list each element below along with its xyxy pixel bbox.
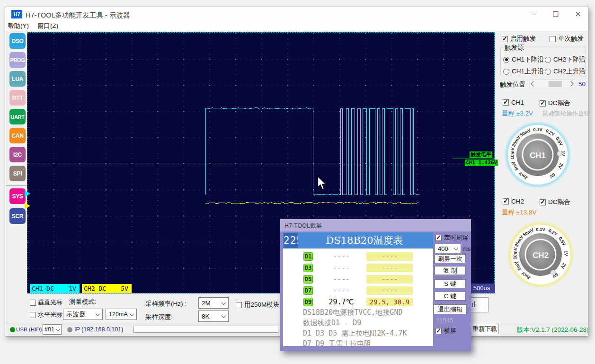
sensor-value: ---- <box>328 286 355 295</box>
ch2-scale-knob[interactable]: CH2 2mV5mV10mV20mV50mV0.1V0.2V0.5V1V2V5V <box>507 222 574 288</box>
sidebar-item-scr[interactable]: SCR <box>9 208 26 224</box>
chevron-down-icon <box>96 311 100 316</box>
sidebar-item-i2c[interactable]: I2C <box>9 147 26 162</box>
exit-edit-button[interactable]: 退出编辑 <box>434 304 467 314</box>
sidebar-item-prog[interactable]: PROG <box>9 52 26 68</box>
screen-counter: 225 <box>284 233 298 248</box>
c-key-button[interactable]: C 键 <box>435 292 466 301</box>
sample-depth-select[interactable]: 8K <box>198 311 229 322</box>
checkbox <box>540 100 546 107</box>
sidebar-item-lua[interactable]: LUA <box>9 71 26 87</box>
measure-mode-label: 测量模式: <box>69 298 97 306</box>
menu-help[interactable]: 帮助(Y) <box>8 22 29 30</box>
chevron-down-icon <box>56 327 61 331</box>
sensor-range-box: ---- <box>366 275 413 284</box>
sidebar-item-rtt[interactable]: RTT <box>9 90 26 106</box>
refresh-interval-select[interactable]: 400 <box>435 244 461 253</box>
sensor-range-box: ---- <box>366 264 413 272</box>
chevron-down-icon <box>222 313 226 318</box>
refresh-once-button[interactable]: 刷屏一次 <box>435 254 466 263</box>
device-select[interactable]: #01 <box>43 324 62 335</box>
ch2-channel-tag: CH2 DC 5V <box>82 284 132 293</box>
download-progress-bar <box>133 326 278 333</box>
knob-indicator-dot <box>557 151 562 156</box>
sensor-range-box: ---- <box>366 252 413 261</box>
app-icon: H7 <box>11 10 22 18</box>
radio-ch2-falling[interactable]: CH2下降沿 <box>545 55 586 64</box>
radio <box>503 69 509 75</box>
menu-window[interactable]: 窗口(Z) <box>37 22 58 30</box>
ch1-enable-checkbox[interactable]: CH1 <box>503 99 524 106</box>
ms-label: ms <box>462 245 471 252</box>
checkbox <box>503 99 509 106</box>
scroll-left-arrow <box>531 81 536 86</box>
minimize-button[interactable]: – <box>527 10 542 18</box>
horizontal-cursor-checkbox[interactable]: 水平光标 <box>30 311 62 319</box>
checkbox <box>30 312 36 318</box>
trigger-position-scrollbar[interactable] <box>529 80 575 88</box>
ch2-range: 量程 ±13.8V <box>502 208 536 217</box>
scroll-right-arrow <box>568 81 573 86</box>
current-range-select[interactable]: 120mA <box>106 309 137 320</box>
ch2-dc-coupling-checkbox[interactable]: DC耦合 <box>540 198 570 206</box>
trigger-source-legend: 触发源 <box>503 44 525 52</box>
ip-status-label: IP (192.168.0.101) <box>74 326 123 333</box>
knob-scale-10mV: 10mV <box>512 247 518 260</box>
sidebar-item-uart[interactable]: UART <box>9 109 26 124</box>
checkbox <box>30 300 36 306</box>
sidebar-item-sys[interactable]: SYS <box>9 188 26 204</box>
usb-status-dot <box>10 327 15 332</box>
knob-scale-10mV: 10mV <box>509 147 515 160</box>
landscape-checkbox[interactable]: 横屏 <box>435 327 456 335</box>
popup-title: H7-TOOL截屏 <box>284 222 322 230</box>
trigger-level-line[interactable] <box>453 159 495 159</box>
ch1-dc-coupling-checkbox[interactable]: DC耦合 <box>540 99 570 107</box>
radio-ch2-rising[interactable]: CH2上升沿 <box>545 67 586 76</box>
copy-button[interactable]: 复 制 <box>435 266 466 275</box>
sidebar-item-spi[interactable]: SPI <box>9 166 26 181</box>
sensor-id-badge: D7 <box>303 286 313 295</box>
screen-info-text: DS18B20电源接TVCC,地接GND数据线接D1 - D9D1 D3 D5 … <box>303 307 407 349</box>
version-label: 版本:V2.1.7 (2022-06-28) <box>517 326 589 334</box>
use-250m-checkbox[interactable]: 用250M模块 <box>236 301 279 309</box>
timed-refresh-checkbox[interactable]: 定时刷屏 <box>435 233 469 242</box>
measure-mode-select[interactable]: 示波器 <box>63 309 103 320</box>
redownload-button[interactable]: 重新下载 <box>471 324 499 334</box>
ip-status-dot <box>67 327 72 332</box>
knob-center-label: CH2 <box>533 251 549 260</box>
sample-rate-select[interactable]: 2M <box>198 297 229 309</box>
radio <box>545 69 551 75</box>
ch1-scale-knob[interactable]: CH1 2mV5mV10mV20mV50mV0.1V0.2V0.5V1V2V5V <box>505 122 571 188</box>
enable-trigger-checkbox[interactable]: 启用触发 <box>502 35 536 43</box>
ch1-range: 量程 ±3.2V <box>502 109 533 118</box>
sidebar-item-dso[interactable]: DSO <box>9 33 26 49</box>
knob-indicator-dot <box>551 270 556 275</box>
radio-ch1-falling[interactable]: CH1下降沿 <box>503 55 544 64</box>
knob-hint: 鼠标滚轮操作旋钮 <box>542 110 590 118</box>
checkbox <box>435 328 442 334</box>
single-trigger-checkbox[interactable]: 单次触发 <box>550 35 584 43</box>
checkbox <box>503 198 509 204</box>
checkbox <box>435 235 442 241</box>
vertical-cursor-checkbox[interactable]: 垂直光标 <box>30 298 62 307</box>
checkbox <box>502 36 508 42</box>
ch2-zero-marker[interactable] <box>25 203 30 209</box>
sensor-id-badge: D5 <box>303 275 313 284</box>
chevron-down-icon <box>130 311 134 316</box>
usb-status-label: USB (HID) <box>16 327 42 332</box>
radio-ch1-rising[interactable]: CH1上升沿 <box>503 67 544 76</box>
device-screen: 225 DS18B20温度表 D1--------D3--------D5---… <box>283 232 433 346</box>
ch1-zero-marker[interactable] <box>25 190 30 197</box>
maximize-button[interactable]: ☐ <box>549 10 563 18</box>
screenshot-popup-window: H7-TOOL截屏 225 DS18B20温度表 D1--------D3---… <box>280 219 471 351</box>
ch2-enable-checkbox[interactable]: CH2 <box>503 198 524 205</box>
screen-title: DS18B20温度表 <box>298 234 431 247</box>
checkbox <box>550 36 556 42</box>
mouse-cursor <box>317 176 327 190</box>
knob-scale-1V: 1V <box>563 250 569 257</box>
sidebar-item-can[interactable]: CAN <box>9 128 26 143</box>
close-button[interactable]: ✕ <box>571 10 585 18</box>
s-key-button[interactable]: S 键 <box>435 279 466 288</box>
sample-depth-label: 采样深度: <box>145 313 173 321</box>
radio <box>545 57 551 63</box>
